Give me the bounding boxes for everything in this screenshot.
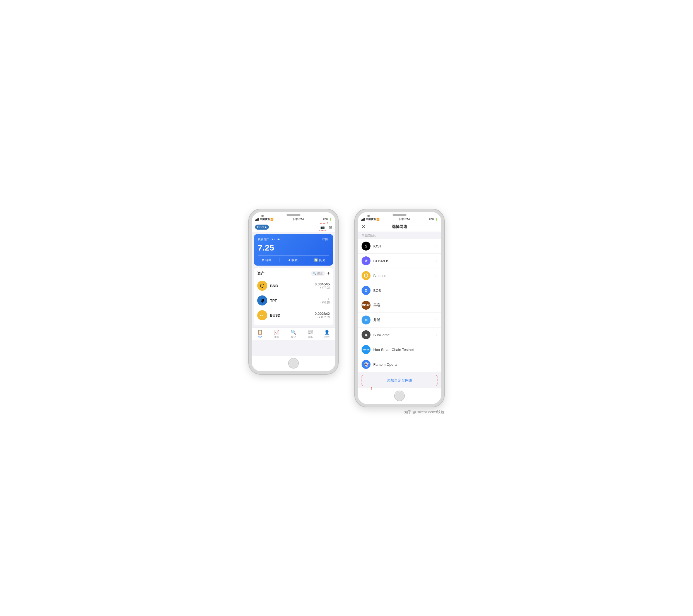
network-row-moac[interactable]: MOAC 墨客 ›	[358, 298, 441, 313]
search-icon: 🔍	[313, 272, 316, 275]
add-token-button[interactable]: +	[327, 271, 330, 276]
nav-market[interactable]: 📈 市场	[274, 330, 280, 339]
busd-icon: BSC	[257, 310, 267, 320]
nav-discover-icon: 🔍	[291, 330, 296, 335]
swap-button[interactable]: 🔄 闪兑	[314, 258, 325, 262]
assets-actions: ⇄ 转账 ⬇ 收款 🔄 闪兑	[258, 255, 329, 262]
network-row-bos[interactable]: ⚙ BOS ›	[358, 283, 441, 298]
moac-chevron-icon: ›	[436, 303, 437, 307]
moac-icon: MOAC	[361, 301, 371, 310]
transfer-icon: ⇄	[262, 258, 264, 262]
tpt-amount: 1	[320, 297, 330, 301]
battery-pct-left: 97%	[323, 218, 328, 221]
status-bar-left: 中国联通 📶 下午 8:57 97% 🔋	[252, 217, 335, 222]
iost-name: IOST	[373, 244, 436, 248]
qr-scan-icon[interactable]: ⊡	[329, 225, 332, 229]
time-left: 下午 8:57	[292, 217, 304, 221]
cosmos-name: COSMOS	[373, 259, 436, 263]
detail-link[interactable]: 详情 ›	[322, 237, 329, 241]
bottom-nav: 📋 资产 📈 市场 🔍 发现 📰 资讯	[252, 327, 335, 340]
speaker-left	[286, 214, 300, 216]
subgame-name: SubGame	[373, 333, 436, 337]
assets-section-title: 资产	[257, 271, 264, 276]
network-row-fantom[interactable]: 👻 Fantom Opera ›	[358, 357, 441, 372]
add-network-button[interactable]: 添加自定义网络 ↑	[361, 375, 437, 386]
token-row-tpt[interactable]: 𝕻 TPT 1 ≈ ¥ 0.15	[257, 293, 330, 308]
receive-button[interactable]: ⬇ 收款	[288, 258, 298, 262]
signal-icon	[255, 218, 259, 221]
bnb-name: BNB	[270, 284, 315, 288]
network-row-cosmos[interactable]: ✳ COSMOS ›	[358, 254, 441, 269]
fantom-name: Fantom Opera	[373, 362, 436, 366]
nav-profile[interactable]: 👤 我的	[324, 330, 330, 339]
page-title: 选择网络	[392, 224, 407, 229]
badge-arrow-icon: ▶	[265, 226, 267, 228]
search-bar[interactable]: 🔍 搜索	[311, 271, 325, 276]
binance-chevron-icon: ›	[436, 274, 437, 278]
busd-amount: 0.002842	[315, 312, 330, 316]
iost-chevron-icon: ›	[436, 244, 437, 248]
assets-section: 资产 🔍 搜索 + ⬡ BNB	[254, 268, 333, 325]
subgame-icon: ◈	[361, 330, 371, 339]
bos-icon: ⚙	[361, 286, 371, 295]
assets-card-top: 我的资产（¥） 👁 详情 ›	[258, 237, 329, 241]
nav-market-icon: 📈	[274, 330, 280, 335]
close-button[interactable]: ✕	[361, 224, 365, 229]
phone-bottom-left	[252, 356, 335, 371]
nav-news-icon: 📰	[308, 330, 313, 335]
bnb-fiat: ≈ ¥ 7.08	[315, 286, 330, 289]
right-phone: 中国联通 📶 下午 8:57 97% 🔋 ✕ 选择网络 单底层钱包	[355, 209, 444, 407]
watermark: 知乎 @TokenPocket钱包	[404, 410, 444, 415]
hoo-icon: EVM	[361, 345, 371, 354]
bnb-values: 0.004545 ≈ ¥ 7.08	[315, 282, 330, 289]
cosmos-chevron-icon: ›	[436, 259, 437, 263]
binance-icon: ⬡	[361, 271, 371, 280]
divider-2	[306, 258, 306, 262]
transfer-button[interactable]: ⇄ 转账	[262, 258, 272, 262]
nav-assets-icon: 📋	[257, 330, 263, 335]
left-phone: 中国联通 📶 下午 8:57 97% 🔋 BSC ▶	[249, 209, 338, 374]
wifi-icon-left: 📶	[270, 218, 273, 221]
nav-profile-icon: 👤	[324, 330, 330, 335]
fantom-chevron-icon: ›	[436, 362, 437, 366]
phone-top-left	[252, 212, 335, 217]
tpt-values: 1 ≈ ¥ 0.15	[320, 297, 330, 304]
nav-assets[interactable]: 📋 资产	[257, 330, 263, 339]
nav-news[interactable]: 📰 资讯	[308, 330, 313, 339]
total-assets-amount: 7.25	[258, 243, 329, 253]
section-label: 单底层钱包	[358, 232, 441, 239]
detail-arrow-icon: ›	[329, 238, 329, 241]
speaker-right	[393, 214, 407, 216]
home-button-left[interactable]	[288, 358, 299, 369]
scene: 中国联通 📶 下午 8:57 97% 🔋 BSC ▶	[249, 209, 444, 407]
token-row-busd[interactable]: BSC BUSD 0.002842 ≈ ¥ 0.0183	[257, 308, 330, 322]
network-row-hoo[interactable]: EVM Hoo Smart Chain Testnet ›	[358, 342, 441, 357]
hoo-chevron-icon: ›	[436, 347, 437, 352]
network-badge[interactable]: BSC ▶	[255, 224, 269, 230]
red-arrow-bottom-icon: ↑	[370, 386, 373, 391]
fantom-icon: 👻	[361, 360, 371, 369]
tpt-fiat: ≈ ¥ 0.15	[320, 301, 330, 304]
home-button-right[interactable]	[394, 391, 405, 401]
nav-discover[interactable]: 🔍 发现	[291, 330, 296, 339]
tpt-name: TPT	[270, 299, 320, 303]
carrier-left: 中国联通	[260, 218, 270, 221]
busd-fiat: ≈ ¥ 0.0183	[315, 316, 330, 319]
jingtong-icon: ⚙	[361, 316, 371, 324]
camera-left	[261, 215, 264, 217]
network-row-subgame[interactable]: ◈ SubGame ›	[358, 327, 441, 342]
time-right: 下午 8:57	[398, 217, 410, 221]
right-app-header: ✕ 选择网络	[358, 222, 441, 232]
binance-name: Binance	[373, 274, 436, 278]
assets-section-header: 资产 🔍 搜索 +	[257, 271, 330, 276]
signal-icon-right	[361, 218, 365, 221]
scan-button[interactable]: 📷 ↑	[319, 223, 326, 231]
cosmos-icon: ✳	[361, 256, 371, 265]
network-row-iost[interactable]: S IOST ›	[358, 239, 441, 254]
network-row-binance[interactable]: ⬡ Binance ›	[358, 269, 441, 283]
subgame-chevron-icon: ›	[436, 333, 437, 337]
network-row-jingtong[interactable]: ⚙ 井通 ›	[358, 313, 441, 327]
battery-pct-right: 97%	[429, 218, 434, 221]
jingtong-name: 井通	[373, 317, 436, 322]
token-row-bnb[interactable]: ⬡ BNB 0.004545 ≈ ¥ 7.08	[257, 278, 330, 293]
